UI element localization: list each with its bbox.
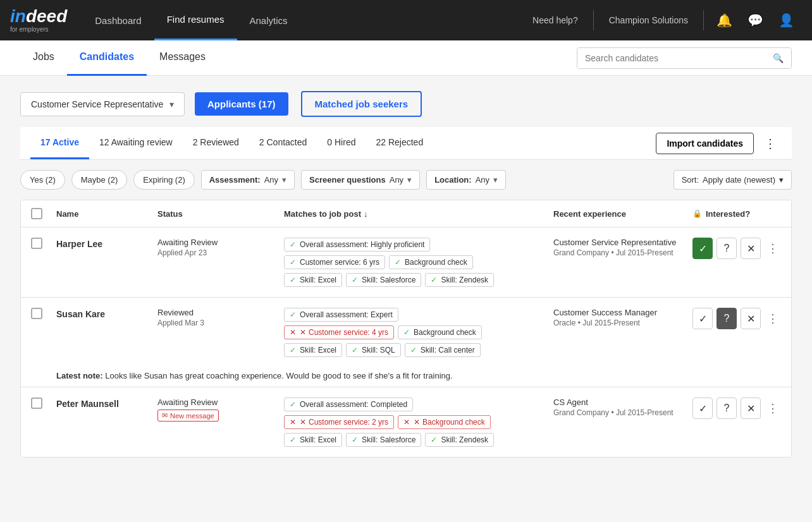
tag-assessment-3: Overall assessment: Completed: [284, 398, 413, 411]
th-matches[interactable]: Matches to job post ↓: [284, 209, 553, 219]
status-tab-contacted[interactable]: 2 Contacted: [249, 127, 317, 159]
filter-row: Yes (2) Maybe (2) Expiring (2) Assessmen…: [20, 170, 792, 190]
candidate-name-3[interactable]: Peter Maunsell: [56, 398, 157, 409]
select-all-checkbox[interactable]: [31, 208, 42, 219]
th-checkbox: [31, 208, 56, 219]
filter-screener-label: Screener questions: [309, 175, 386, 185]
candidate-tags-1: Overall assessment: Highly proficient Cu…: [284, 238, 553, 287]
candidate-experience-1: Customer Service Representative Grand Co…: [553, 238, 692, 257]
sort-select[interactable]: Sort: Apply date (newest) ▾: [674, 170, 792, 190]
filter-location-value: Any: [476, 175, 489, 185]
status-tab-hired[interactable]: 0 Hired: [317, 127, 366, 159]
logo-sub: for employers: [10, 26, 49, 33]
import-candidates-button[interactable]: Import candidates: [656, 133, 754, 154]
new-message-badge[interactable]: ✉ New message: [157, 410, 219, 422]
tag-salesforce-3: Skill: Salesforce: [346, 433, 421, 447]
job-selector-value: Customer Service Representative: [31, 99, 163, 109]
tag-salesforce: Skill: Salesforce: [346, 273, 421, 287]
applicants-tab-btn[interactable]: Applicants (17): [195, 92, 288, 116]
table-row: Susan Kare Reviewed Applied Mar 3 Overal…: [21, 298, 791, 387]
candidate-status-3: Awaiting Review ✉ New message: [157, 398, 284, 422]
filter-assessment[interactable]: Assessment: Any ▾: [201, 170, 295, 190]
filter-screener-value: Any: [390, 175, 403, 185]
tag-excel-3: Skill: Excel: [284, 433, 342, 447]
envelope-icon: ✉: [162, 411, 168, 420]
user-icon[interactable]: 👤: [771, 0, 802, 40]
candidate-experience-3: CS Agent Grand Company • Jul 2015-Presen…: [553, 398, 692, 417]
candidate-tags-2: Overall assessment: Expert ✕ Customer se…: [284, 308, 553, 357]
status-row: 17 Active 12 Awaiting review 2 Reviewed …: [20, 127, 792, 160]
tag-cs-yrs: Customer service: 6 yrs: [284, 255, 385, 269]
filter-maybe[interactable]: Maybe (2): [71, 170, 128, 190]
th-interested: 🔒 Interested?: [692, 209, 781, 219]
tab-jobs[interactable]: Jobs: [20, 40, 67, 76]
row-checkbox-2[interactable]: [31, 308, 42, 319]
candidate-name-1[interactable]: Harper Lee: [56, 238, 157, 249]
tag-excel: Skill: Excel: [284, 273, 342, 287]
row-checkbox-3[interactable]: [31, 398, 42, 409]
nav-right: Need help? Champion Solutions 🔔 💬 👤: [522, 0, 802, 40]
row-more-btn-3[interactable]: ⋮: [765, 399, 781, 418]
row-checkbox-1[interactable]: [31, 238, 42, 249]
help-link[interactable]: Need help?: [522, 15, 588, 25]
table-row: Harper Lee Awaiting Review Applied Apr 2…: [21, 228, 791, 298]
interest-yes-btn-2[interactable]: ✓: [692, 308, 713, 329]
tag-sql-2: Skill: SQL: [346, 343, 401, 357]
job-selector-arrow: ▾: [169, 99, 174, 109]
sort-label: Sort:: [682, 175, 699, 185]
logo: indeed for employers: [10, 8, 67, 33]
tab-messages[interactable]: Messages: [147, 40, 218, 76]
interest-no-btn-3[interactable]: ✕: [741, 398, 761, 419]
filter-location-arrow: ▾: [493, 175, 498, 185]
candidate-experience-2: Customer Success Manager Oracle • Jul 20…: [553, 308, 692, 327]
matched-seekers-tab-btn[interactable]: Matched job seekers: [301, 91, 422, 117]
sort-arrow: ▾: [779, 175, 784, 185]
status-tab-awaiting[interactable]: 12 Awaiting review: [89, 127, 183, 159]
more-options-button[interactable]: ⋮: [759, 133, 782, 154]
company-name[interactable]: Champion Solutions: [599, 15, 698, 25]
nav-analytics[interactable]: Analytics: [237, 0, 300, 40]
interest-maybe-btn-2[interactable]: ?: [717, 308, 737, 329]
row-more-btn-1[interactable]: ⋮: [765, 239, 781, 258]
job-selector[interactable]: Customer Service Representative ▾: [20, 92, 185, 116]
candidate-name-2[interactable]: Susan Kare: [56, 308, 157, 319]
nav-dashboard[interactable]: Dashboard: [82, 0, 154, 40]
sec-tabs: Jobs Candidates Messages: [20, 40, 218, 76]
status-tab-active[interactable]: 17 Active: [30, 127, 89, 159]
lock-icon: 🔒: [692, 209, 702, 218]
row-more-btn-2[interactable]: ⋮: [765, 309, 781, 328]
th-experience: Recent experience: [553, 209, 692, 219]
status-tab-rejected[interactable]: 22 Rejected: [366, 127, 433, 159]
interest-maybe-btn-1[interactable]: ?: [717, 238, 737, 259]
tab-candidates[interactable]: Candidates: [67, 40, 147, 76]
interest-no-btn-1[interactable]: ✕: [741, 238, 761, 259]
nav-find-resumes[interactable]: Find resumes: [154, 0, 237, 40]
interest-maybe-btn-3[interactable]: ?: [717, 398, 737, 419]
filter-assessment-label: Assessment:: [209, 175, 261, 185]
tag-background: Background check: [389, 255, 473, 269]
candidate-interest-1: ✓ ? ✕ ⋮: [692, 238, 781, 259]
interest-no-btn-2[interactable]: ✕: [741, 308, 761, 329]
tag-zendesk: Skill: Zendesk: [425, 273, 494, 287]
search-icon[interactable]: 🔍: [765, 48, 791, 68]
filter-screener[interactable]: Screener questions Any ▾: [301, 170, 420, 190]
sort-value: Apply date (newest): [703, 175, 775, 185]
candidate-note-2: Latest note: Looks like Susan has great …: [21, 367, 791, 387]
status-tab-reviewed[interactable]: 2 Reviewed: [183, 127, 249, 159]
filter-screener-arrow: ▾: [407, 175, 412, 185]
filter-expiring[interactable]: Expiring (2): [133, 170, 194, 190]
filter-yes[interactable]: Yes (2): [20, 170, 65, 190]
search-bar[interactable]: 🔍: [577, 47, 792, 69]
nav-divider-1: [593, 10, 594, 30]
top-controls: Customer Service Representative ▾ Applic…: [20, 91, 792, 117]
chat-icon[interactable]: 💬: [740, 0, 771, 40]
interest-yes-btn-1[interactable]: ✓: [692, 238, 713, 259]
interest-yes-btn-3[interactable]: ✓: [692, 398, 713, 419]
bell-icon[interactable]: 🔔: [709, 0, 740, 40]
logo-indeed: indeed: [10, 8, 67, 25]
tag-excel-2: Skill: Excel: [284, 343, 342, 357]
filter-location[interactable]: Location: Any ▾: [426, 170, 506, 190]
tag-background-3: ✕ Background check: [398, 415, 491, 429]
tag-cs-yrs-2: ✕ Customer service: 4 yrs: [284, 325, 394, 339]
search-input[interactable]: [577, 48, 765, 68]
